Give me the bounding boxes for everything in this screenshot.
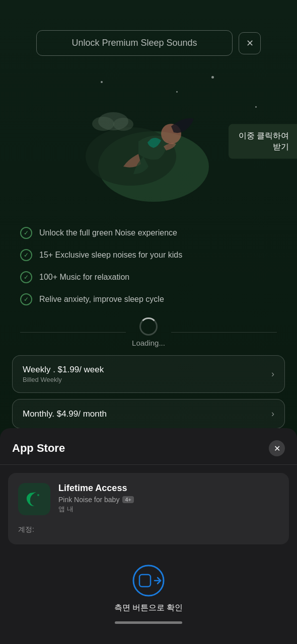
- svg-point-3: [92, 117, 114, 131]
- app-background: Unlock Premium Sleep Sounds ✕: [0, 0, 297, 453]
- moon-illustration: [78, 76, 219, 207]
- pricing-section: Weekly . $1.99/ week Billed Weekly › Mon…: [0, 347, 297, 437]
- loading-divider-row: Loading...: [0, 317, 297, 347]
- side-button-icon: [132, 565, 165, 597]
- feature-item-4: ✓ Relive anxiety, improve sleep cycle: [20, 288, 277, 310]
- star-decoration: [176, 91, 178, 93]
- feature-item-3: ✓ 100+ Music for relaxation: [20, 266, 277, 288]
- appstore-close-button[interactable]: ✕: [269, 440, 285, 456]
- purchase-title: Lifetime Access: [58, 483, 134, 494]
- title-bar: Unlock Premium Sleep Sounds ✕: [0, 0, 297, 66]
- double-click-label: 이중 클릭하여 받기: [229, 124, 297, 159]
- check-icon-4: ✓: [20, 293, 32, 305]
- age-badge: 4+: [122, 496, 134, 503]
- appstore-overlay: App Store ✕ Lifetime Access: [0, 428, 297, 644]
- title-display: Unlock Premium Sleep Sounds: [36, 30, 233, 56]
- appstore-close-icon: ✕: [274, 444, 280, 453]
- check-icon-2: ✓: [20, 249, 32, 261]
- confirm-text: 측면 버튼으로 확인: [114, 603, 183, 613]
- account-row: 계정:: [18, 525, 279, 534]
- features-list: ✓ Unlock the full green Noise experience…: [0, 217, 297, 315]
- home-indicator: [115, 621, 182, 624]
- pricing-weekly-text: Weekly . $1.99/ week Billed Weekly: [23, 365, 104, 383]
- check-icon-3: ✓: [20, 271, 32, 283]
- loading-container: Loading...: [132, 317, 165, 347]
- star-decoration: [211, 76, 214, 78]
- pricing-weekly-title: Weekly . $1.99/ week: [23, 365, 104, 375]
- svg-point-8: [37, 494, 39, 496]
- purchase-card: Lifetime Access Pink Noise for baby 4+ 앱…: [8, 473, 289, 544]
- purchase-card-inner: Lifetime Access Pink Noise for baby 4+ 앱…: [18, 483, 279, 515]
- svg-point-4: [113, 118, 133, 131]
- star-decoration: [101, 81, 103, 83]
- feature-item-1: ✓ Unlock the full green Noise experience: [20, 222, 277, 244]
- account-label: 계정:: [18, 525, 34, 534]
- appstore-header: App Store ✕: [0, 428, 297, 465]
- purchase-app-name: Pink Noise for baby 4+: [58, 496, 134, 504]
- illustration-area: 이중 클릭하여 받기: [0, 66, 297, 217]
- pricing-monthly-card[interactable]: Monthly. $4.99/ month ›: [12, 399, 285, 429]
- pricing-monthly-text: Monthly. $4.99/ month: [23, 409, 107, 419]
- pricing-weekly-card[interactable]: Weekly . $1.99/ week Billed Weekly ›: [12, 355, 285, 393]
- confirm-section: 측면 버튼으로 확인: [0, 556, 297, 613]
- purchase-info: Lifetime Access Pink Noise for baby 4+ 앱…: [58, 483, 134, 514]
- pricing-monthly-chevron: ›: [271, 409, 274, 419]
- pricing-monthly-title: Monthly. $4.99/ month: [23, 409, 107, 419]
- close-top-icon: ✕: [246, 38, 254, 49]
- loading-spinner: [139, 317, 158, 336]
- feature-item-2: ✓ 15+ Exclusive sleep noises for your ki…: [20, 244, 277, 266]
- divider-left: [20, 332, 126, 333]
- purchase-type: 앱 내: [58, 505, 134, 514]
- purchase-app-label: Pink Noise for baby: [58, 496, 119, 504]
- divider-right: [171, 332, 277, 333]
- close-top-button[interactable]: ✕: [239, 32, 261, 54]
- appstore-title: App Store: [12, 442, 65, 455]
- app-icon: [18, 483, 50, 515]
- check-icon-1: ✓: [20, 227, 32, 239]
- svg-rect-10: [139, 575, 151, 587]
- app-icon-svg: [22, 487, 46, 511]
- loading-text: Loading...: [132, 339, 165, 347]
- pricing-weekly-subtitle: Billed Weekly: [23, 376, 104, 383]
- star-decoration: [255, 106, 257, 108]
- pricing-weekly-chevron: ›: [271, 369, 274, 379]
